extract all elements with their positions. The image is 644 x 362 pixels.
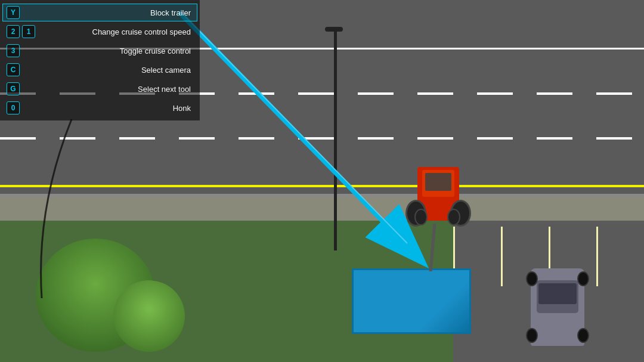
hud-label-honk: Honk — [22, 104, 193, 113]
hud-item-select-tool[interactable]: G Select next tool — [2, 80, 197, 98]
hud-item-toggle-cruise[interactable]: 3 Toggle cruise control — [2, 42, 197, 60]
key-badge-c: C — [7, 63, 20, 76]
street-light-head — [325, 27, 343, 32]
key-badge-g: G — [7, 82, 20, 95]
key-badge-3: 3 — [7, 44, 20, 57]
hud-panel: Y Block trailer 2 1 Change cruise contro… — [0, 0, 200, 120]
hud-item-select-camera[interactable]: C Select camera — [2, 61, 197, 79]
hud-label-cruise-speed: Change cruise control speed — [38, 27, 193, 36]
key-badge-y: Y — [7, 6, 20, 19]
hud-item-block-trailer[interactable]: Y Block trailer — [2, 4, 197, 21]
hud-item-honk[interactable]: 0 Honk — [2, 99, 197, 117]
hud-label-select-tool: Select next tool — [22, 85, 193, 94]
hud-label-block-trailer: Block trailer — [22, 8, 193, 17]
key-badge-2: 2 — [7, 25, 20, 38]
parked-car — [531, 268, 584, 346]
key-badge-1: 1 — [22, 25, 35, 38]
hud-item-cruise-speed[interactable]: 2 1 Change cruise control speed — [2, 23, 197, 41]
street-light-pole — [334, 30, 337, 250]
hud-label-select-camera: Select camera — [22, 66, 193, 75]
hud-label-toggle-cruise: Toggle cruise control — [22, 47, 193, 55]
key-badge-0: 0 — [7, 101, 20, 115]
tree-small — [113, 280, 185, 352]
sidewalk — [0, 197, 644, 221]
trailer — [352, 268, 471, 334]
